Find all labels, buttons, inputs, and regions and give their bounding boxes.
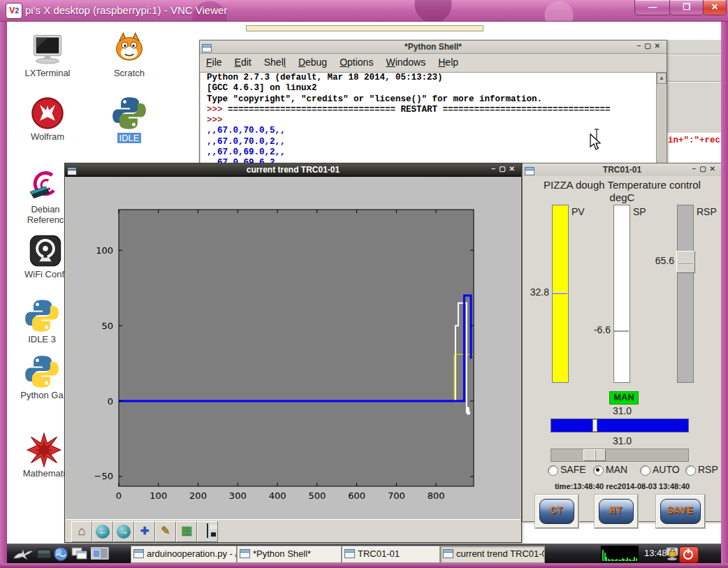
close-button[interactable]: ✕ <box>703 0 727 15</box>
scroll-up-icon[interactable]: ▲ <box>657 73 667 84</box>
task-label: *Python Shell* <box>253 548 311 559</box>
plot-titlebar[interactable]: current trend TRC01-01 –▢✕ <box>65 163 521 177</box>
pan-button[interactable]: ✚ <box>134 521 155 542</box>
scratch-cat-icon <box>111 31 147 68</box>
handle-ridge <box>678 262 693 263</box>
shell-prompt: >>> <box>207 105 228 115</box>
desktop-icon-lxterminal[interactable]: LXTerminal <box>14 31 81 78</box>
menu-options[interactable]: Options <box>333 54 379 68</box>
menu-edit[interactable]: Edit <box>228 54 258 68</box>
maximize-icon: ▢ <box>644 42 654 50</box>
desktop-icon-label: Wolfram <box>14 131 81 142</box>
task-button[interactable]: current trend TRC01-01 <box>440 546 545 563</box>
setpoint-value: 31.0 <box>523 435 722 446</box>
controller-body: PIZZA dough Temperature control degC PV3… <box>523 176 722 521</box>
radio-label-safe: SAFE <box>560 464 586 475</box>
logout-power-button[interactable] <box>679 546 699 563</box>
menu-help[interactable]: Help <box>432 54 465 68</box>
output-bar[interactable] <box>551 418 689 432</box>
vnc-border-left <box>0 21 7 563</box>
forward-button[interactable]: → <box>113 521 134 542</box>
screen-lock-icon[interactable] <box>665 546 679 565</box>
window-title: *Python Shell* <box>200 42 667 52</box>
matplotlib-toolbar: ⌂←→✚✎▦ <box>66 519 520 542</box>
desktop-icon-label: IDLE <box>117 133 142 143</box>
subplots-button[interactable]: ▦ <box>176 521 197 542</box>
save-button[interactable] <box>197 521 218 542</box>
radio-safe[interactable] <box>548 465 558 476</box>
desktop-pager[interactable] <box>91 547 109 563</box>
window-controls[interactable]: –▢✕ <box>492 165 518 173</box>
x-tick-label: 400 <box>269 490 286 501</box>
cpu-monitor <box>601 546 639 562</box>
save-icon <box>207 523 208 538</box>
menu-debug[interactable]: Debug <box>292 54 333 68</box>
slider-marker[interactable] <box>614 330 629 332</box>
slider-label-sp: SP <box>633 206 646 217</box>
maximize-button[interactable]: ❐ <box>669 0 704 15</box>
ct-button[interactable]: CT <box>539 499 574 524</box>
web-browser-icon[interactable] <box>53 546 68 565</box>
controller-window: TRC01-01 –▢✕ PIZZA dough Temperature con… <box>522 163 722 522</box>
background-window-edge <box>246 25 483 31</box>
panel-heading-units: degC <box>523 191 722 203</box>
output-bar-handle[interactable] <box>592 419 597 432</box>
terminal-icon <box>29 31 66 68</box>
desktop-icon-label: LXTerminal <box>14 68 81 78</box>
minimize-button[interactable]: — <box>634 0 671 15</box>
desktop-icon-wolfram[interactable]: Wolfram <box>14 95 81 142</box>
trend-chart[interactable]: 0100200300400500600700800−50050100 <box>66 177 520 519</box>
python-icon <box>111 95 147 131</box>
controller-titlebar[interactable]: TRC01-01 –▢✕ <box>523 163 722 177</box>
save-button-frame: SAVE <box>656 495 705 528</box>
window-icon <box>133 548 144 563</box>
file-manager-icon[interactable] <box>36 548 52 562</box>
task-button[interactable]: arduinooperation.py - /h... <box>131 546 237 563</box>
menu-windows[interactable]: Windows <box>379 54 432 68</box>
window-icon <box>240 548 250 563</box>
home-button[interactable]: ⌂ <box>71 521 92 542</box>
home-icon: ⌂ <box>78 524 86 538</box>
slider-label-pv: PV <box>572 206 585 217</box>
timestamp-text: time:13:48:40 rec2014-08-03 13:48:40 <box>523 482 722 490</box>
slider-marker[interactable] <box>553 292 567 294</box>
shell-line: Type "copyright", "credits" or "license(… <box>201 94 656 105</box>
setpoint-slider-handle[interactable] <box>583 449 606 461</box>
window-icon <box>443 548 453 563</box>
close-icon: ✕ <box>655 42 664 50</box>
background-code-fragment: in+":"+rec <box>668 136 720 145</box>
window-icon <box>344 548 355 563</box>
menubar: FileEditShellDebugOptionsWindowsHelp <box>200 54 667 73</box>
python-shell-titlebar[interactable]: *Python Shell* –▢✕ <box>200 41 667 54</box>
task-button[interactable]: *Python Shell* <box>237 546 342 563</box>
y-tick-label: 0 <box>108 396 113 407</box>
window-title: current trend TRC01-01 <box>65 165 521 175</box>
task-button[interactable]: TRC01-01 <box>342 546 440 563</box>
radio-auto[interactable] <box>640 465 650 476</box>
vnc-titlebar[interactable]: V2 pi's X desktop (raspberrypi:1) - VNC … <box>0 0 728 22</box>
save-button[interactable]: SAVE <box>660 499 701 524</box>
forward-icon: → <box>117 525 131 539</box>
radio-rsp[interactable] <box>685 465 696 476</box>
start-menu-button[interactable] <box>13 546 34 565</box>
desktop-icon-idle[interactable]: IDLE <box>96 95 163 144</box>
window-controls[interactable]: –▢✕ <box>692 165 719 173</box>
menu-file[interactable]: File <box>200 54 228 68</box>
setpoint-slider[interactable] <box>551 449 689 462</box>
radio-man[interactable] <box>593 465 604 476</box>
ht-button[interactable]: HT <box>599 499 634 524</box>
zoom-button[interactable]: ✎ <box>155 521 176 542</box>
shell-line-text: ,,67.0,70.0,2,, <box>207 137 286 147</box>
vertical-slider-sp[interactable] <box>613 205 630 383</box>
back-button[interactable]: ← <box>92 521 113 542</box>
menu-shell[interactable]: Shell <box>258 54 292 68</box>
shell-line-text: Type "copyright", "credits" or "license(… <box>207 94 542 104</box>
desktop-icon-label: Scratch <box>96 68 163 78</box>
iconify-windows-icon[interactable] <box>71 547 88 563</box>
slider-label-rsp: RSP <box>697 206 717 217</box>
window-controls[interactable]: –▢✕ <box>637 42 664 50</box>
vertical-slider-rsp[interactable] <box>677 205 694 383</box>
x-tick-label: 800 <box>428 490 445 501</box>
slider-handle[interactable] <box>676 251 695 273</box>
desktop-icon-scratch[interactable]: Scratch <box>96 31 163 78</box>
